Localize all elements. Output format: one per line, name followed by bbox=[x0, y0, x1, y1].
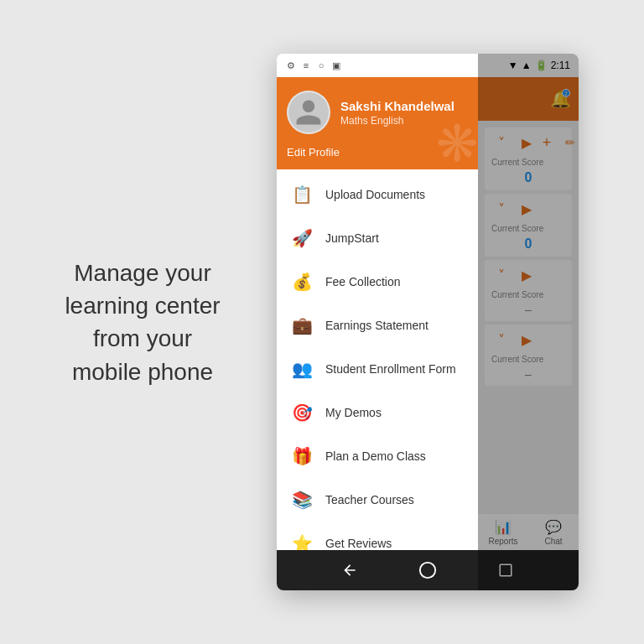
earnings-statement-icon: 💼 bbox=[290, 314, 314, 337]
home-icon bbox=[418, 561, 437, 579]
menu-item-plan-demo-class[interactable]: 🎁 Plan a Demo Class bbox=[277, 434, 478, 478]
plan-demo-class-icon: 🎁 bbox=[290, 444, 314, 468]
fee-collection-label: Fee Collection bbox=[325, 275, 401, 288]
back-icon bbox=[341, 562, 358, 579]
main-area: ❋ Sakshi Khandelwal Maths English Edit P… bbox=[277, 77, 579, 550]
get-reviews-label: Get Reviews bbox=[325, 537, 392, 550]
upload-documents-label: Upload Documents bbox=[325, 188, 425, 201]
teacher-courses-label: Teacher Courses bbox=[325, 493, 414, 506]
marketing-text: Manage your learning center from your mo… bbox=[50, 257, 235, 388]
drawer-header: ❋ Sakshi Khandelwal Maths English Edit P… bbox=[277, 77, 478, 169]
teacher-courses-icon: 📚 bbox=[290, 488, 314, 512]
text-line-3: from your bbox=[93, 325, 192, 351]
earnings-statement-label: Earnings Statement bbox=[325, 319, 428, 332]
settings-status-icon: ⚙ bbox=[285, 60, 297, 71]
svg-point-0 bbox=[420, 563, 435, 578]
menu-status-icon: ≡ bbox=[300, 60, 312, 71]
text-line-1: Manage your bbox=[74, 260, 210, 286]
menu-item-earnings-statement[interactable]: 💼 Earnings Statement bbox=[277, 304, 478, 347]
my-demos-icon: 🎯 bbox=[290, 401, 314, 424]
menu-item-get-reviews[interactable]: ⭐ Get Reviews bbox=[277, 522, 478, 550]
plan-demo-class-label: Plan a Demo Class bbox=[325, 449, 426, 463]
circle-status-icon: ○ bbox=[315, 60, 327, 71]
drawer-header-top: Sakshi Khandelwal Maths English bbox=[287, 91, 454, 134]
menu-item-teacher-courses[interactable]: 📚 Teacher Courses bbox=[277, 478, 478, 522]
menu-item-fee-collection[interactable]: 💰 Fee Collection bbox=[277, 260, 478, 304]
navigation-drawer[interactable]: ❋ Sakshi Khandelwal Maths English Edit P… bbox=[277, 77, 478, 550]
battery-status-icon: ▣ bbox=[330, 60, 342, 71]
jumpstart-icon: 🚀 bbox=[290, 226, 314, 250]
menu-item-student-enrollment[interactable]: 👥 Student Enrollment Form bbox=[277, 347, 478, 391]
student-enrollment-label: Student Enrollment Form bbox=[325, 362, 456, 376]
drawer-overlay bbox=[478, 54, 579, 590]
avatar bbox=[287, 91, 330, 134]
page-wrapper: Manage your learning center from your mo… bbox=[0, 0, 644, 644]
avatar-icon bbox=[293, 97, 324, 127]
drawer-menu[interactable]: 📋 Upload Documents 🚀 JumpStart 💰 Fee Col… bbox=[277, 169, 478, 550]
get-reviews-icon: ⭐ bbox=[290, 532, 314, 550]
fee-collection-icon: 💰 bbox=[290, 270, 314, 293]
jumpstart-label: JumpStart bbox=[325, 231, 379, 245]
header-pattern: ❋ bbox=[436, 119, 478, 169]
text-line-2: learning center bbox=[65, 293, 220, 319]
menu-item-my-demos[interactable]: 🎯 My Demos bbox=[277, 391, 478, 434]
home-button[interactable] bbox=[415, 558, 440, 583]
my-demos-label: My Demos bbox=[325, 406, 382, 419]
student-enrollment-icon: 👥 bbox=[290, 357, 314, 381]
status-bar-left-icons: ⚙ ≡ ○ ▣ bbox=[285, 60, 342, 71]
upload-documents-icon: 📋 bbox=[290, 183, 314, 206]
edit-profile-button[interactable]: Edit Profile bbox=[287, 144, 340, 160]
menu-item-upload-documents[interactable]: 📋 Upload Documents bbox=[277, 173, 478, 216]
back-button[interactable] bbox=[337, 558, 362, 583]
text-line-4: mobile phone bbox=[72, 358, 213, 384]
menu-item-jumpstart[interactable]: 🚀 JumpStart bbox=[277, 216, 478, 260]
phone-mockup: ⚙ ≡ ○ ▣ ▼ ▲ 🔋 2:11 ❋ bbox=[277, 54, 579, 590]
user-name: Sakshi Khandelwal bbox=[340, 99, 454, 113]
